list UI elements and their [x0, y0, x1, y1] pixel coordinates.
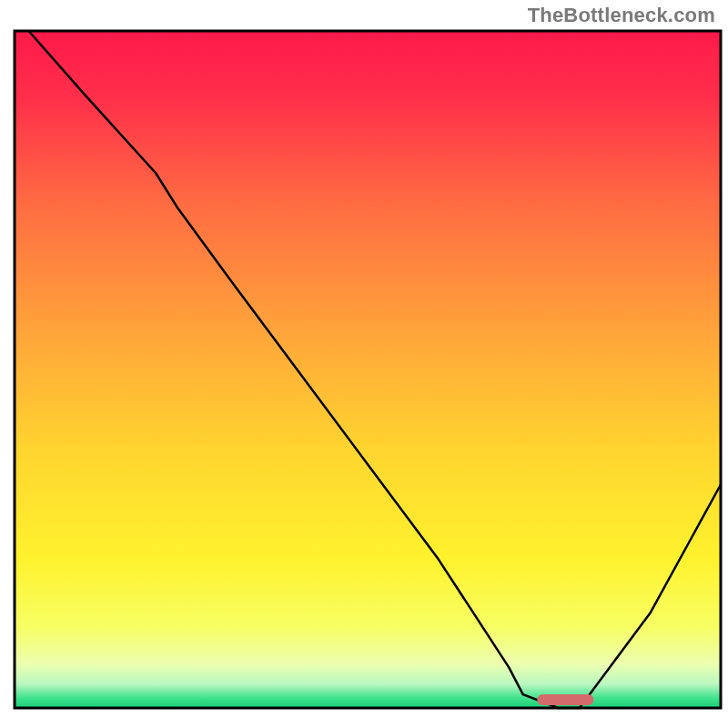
chart-svg	[0, 0, 728, 728]
chart-container: TheBottleneck.com	[0, 0, 728, 728]
optimum-marker	[537, 694, 593, 705]
